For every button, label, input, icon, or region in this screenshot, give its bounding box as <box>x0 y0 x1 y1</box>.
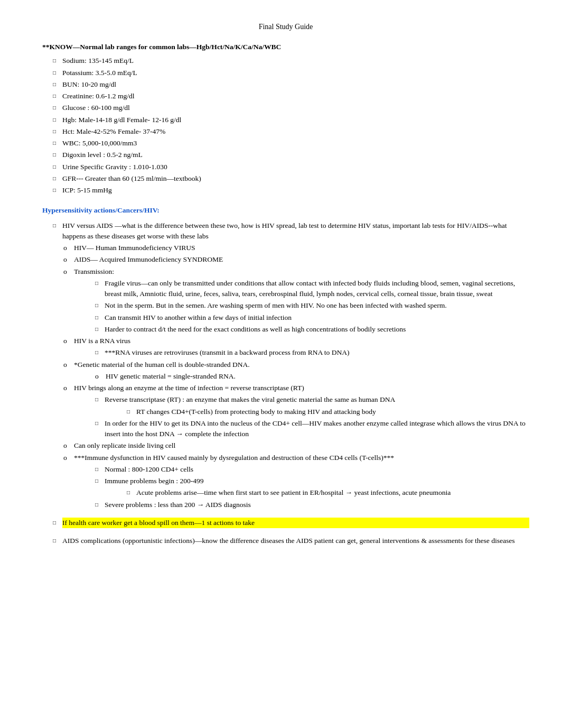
rna-sub-block: □ ***RNA viruses are retroviruses (trans… <box>95 347 529 358</box>
bullet-icon: □ <box>95 419 105 427</box>
list-item: □ Potassium: 3.5-5.0 mEq/L <box>53 68 529 78</box>
list-item: o Can only replicate inside living cell <box>63 440 529 451</box>
lab-creatinine: Creatinine: 0.6-1.2 mg/dl <box>62 91 529 102</box>
immune-item-1: Normal : 800-1200 CD4+ cells <box>105 464 529 475</box>
acute-text: Acute problems arise—time when first sta… <box>136 487 529 498</box>
list-item: □ Normal : 800-1200 CD4+ cells <box>95 464 529 475</box>
bullet-icon: □ <box>95 348 105 356</box>
bullet-icon: □ <box>53 139 62 147</box>
o-bullet: o <box>63 266 74 277</box>
lab-ranges-section: **KNOW—Normal lab ranges for common labs… <box>42 42 529 196</box>
hypersensitivity-section: Hypersensitivity actions/Cancers/HIV: □ … <box>42 205 529 546</box>
bullet-icon: □ <box>53 163 62 171</box>
list-item: □ Can transmit HIV to another within a f… <box>95 312 529 323</box>
list-item: □ Not in the sperm. But in the semen. Ar… <box>95 300 529 311</box>
o-bullet: o <box>63 336 74 346</box>
list-item: o HIV is a RNA virus <box>63 336 529 346</box>
genetic-label: *Genetic material of the human cell is d… <box>74 360 250 370</box>
acute-sub-block: □ Acute problems arise—time when first s… <box>127 487 529 498</box>
immune-item-4: Severe problems : less than 200 → AIDS d… <box>105 500 529 510</box>
bullet-icon: □ <box>53 186 62 194</box>
o-bullet: o <box>63 360 74 370</box>
bullet-icon: □ <box>95 279 105 287</box>
list-item: □ Hgb: Male-14-18 g/dl Female- 12-16 g/d… <box>53 115 529 125</box>
o-bullet: o <box>63 453 74 463</box>
replicate-text: Can only replicate inside living cell <box>74 440 175 451</box>
list-item: o HIV genetic material = single-stranded… <box>95 371 529 382</box>
bullet-icon: □ <box>53 92 62 100</box>
bullet-icon: □ <box>53 222 62 229</box>
bullet-icon: □ <box>53 537 62 545</box>
transmission-item-4: Harder to contract d/t the need for the … <box>105 324 529 335</box>
list-item: □ Creatinine: 0.6-1.2 mg/dl <box>53 91 529 102</box>
enzyme-items: □ Reverse transcriptase (RT) : an enzyme… <box>95 394 529 439</box>
immune-item-2: Immune problems begin : 200-499 <box>105 476 529 486</box>
lab-hgb: Hgb: Male-14-18 g/dl Female- 12-16 g/dl <box>62 115 529 125</box>
immune-label: ***Immune dysfunction in HIV caused main… <box>74 453 394 463</box>
list-item: □ Immune problems begin : 200-499 <box>95 476 529 486</box>
bullet-icon: □ <box>53 116 62 124</box>
lab-gfr: GFR--- Greater than 60 (125 ml/min—textb… <box>62 173 529 184</box>
lab-wbc: WBC: 5,000-10,000/mm3 <box>62 138 529 149</box>
lab-icp: ICP: 5-15 mmHg <box>62 185 529 196</box>
bullet-icon: □ <box>95 301 105 309</box>
hiv-intro-block: □ HIV versus AIDS —what is the differenc… <box>53 220 529 242</box>
lab-glucose: Glucose : 60-100 mg/dl <box>62 103 529 113</box>
lab-sodium: Sodium: 135-145 mEq/L <box>62 56 529 66</box>
enzyme-item-3: In order for the HIV to get its DNA into… <box>105 418 529 440</box>
list-item: □ In order for the HIV to get its DNA in… <box>95 418 529 440</box>
transmission-item-1: Fragile virus—can only be transmitted un… <box>105 278 529 300</box>
list-item: o HIV— Human Immunodeficiency VIRUS <box>63 243 529 253</box>
list-item: □ GFR--- Greater than 60 (125 ml/min—tex… <box>53 173 529 184</box>
list-item: □ Urine Specific Gravity : 1.010-1.030 <box>53 162 529 172</box>
bullet-icon: □ <box>53 80 62 88</box>
lab-digoxin: Digoxin level : 0.5-2 ng/mL <box>62 150 529 160</box>
list-item: □ WBC: 5,000-10,000/mm3 <box>53 138 529 149</box>
lab-hct: Hct: Male-42-52% Female- 37-47% <box>62 126 529 137</box>
list-item: □ Harder to contract d/t the need for th… <box>95 324 529 335</box>
transmission-items: □ Fragile virus—can only be transmitted … <box>95 278 529 335</box>
aids-definition: AIDS— Acquired Immunodeficiency SYNDROME <box>74 254 223 265</box>
list-item: □ BUN: 10-20 mg/dl <box>53 79 529 90</box>
page-title: Final Study Guide <box>42 21 529 32</box>
lab-bun: BUN: 10-20 mg/dl <box>62 79 529 90</box>
bullet-icon: □ <box>53 57 62 64</box>
aids-complications-block: □ AIDS complications (opportunistic infe… <box>42 536 529 546</box>
lab-ranges-list: □ Sodium: 135-145 mEq/L □ Potassium: 3.5… <box>53 56 529 196</box>
list-item: □ HIV versus AIDS —what is the differenc… <box>53 220 529 242</box>
immune-items: □ Normal : 800-1200 CD4+ cells □ Immune … <box>95 464 529 510</box>
rna-virus-text: HIV is a RNA virus <box>74 336 130 346</box>
list-item: □ Digoxin level : 0.5-2 ng/mL <box>53 150 529 160</box>
lab-potassium: Potassium: 3.5-5.0 mEq/L <box>62 68 529 78</box>
bullet-icon: □ <box>95 501 105 509</box>
genetic-sub-block: o HIV genetic material = single-stranded… <box>95 371 529 382</box>
hiv-def-block: o HIV— Human Immunodeficiency VIRUS o AI… <box>63 243 529 510</box>
bullet-icon: □ <box>53 69 62 77</box>
lab-urine-sg: Urine Specific Gravity : 1.010-1.030 <box>62 162 529 172</box>
highlighted-bullet-item: □ If health care worker get a blood spil… <box>53 518 529 528</box>
hiv-intro-text: HIV versus AIDS —what is the difference … <box>62 220 529 242</box>
o-bullet: o <box>63 440 74 451</box>
bullet-icon: □ <box>95 314 105 321</box>
bullet-icon: □ <box>53 127 62 135</box>
bullet-icon: □ <box>95 395 105 403</box>
lab-ranges-header: **KNOW—Normal lab ranges for common labs… <box>42 42 529 52</box>
highlighted-text: If health care worker get a blood spill … <box>62 518 529 528</box>
enzyme-item-1: Reverse transcriptase (RT) : an enzyme t… <box>105 394 529 405</box>
aids-complications-text: AIDS complications (opportunistic infect… <box>62 536 529 546</box>
bullet-icon: □ <box>95 465 105 473</box>
rt-sub-block: □ RT changes CD4+(T-cells) from protecti… <box>127 407 529 417</box>
list-item: □ ICP: 5-15 mmHg <box>53 185 529 196</box>
bullet-icon: □ <box>53 519 62 527</box>
o-bullet: o <box>63 243 74 253</box>
genetic-sub-text: HIV genetic material = single-stranded R… <box>106 371 236 382</box>
transmission-item-2: Not in the sperm. But in the semen. Are … <box>105 300 529 311</box>
list-item: o HIV brings along an enzyme at the time… <box>63 383 529 393</box>
bullet-icon: □ <box>53 151 62 159</box>
o-bullet: o <box>63 383 74 393</box>
hypersensitivity-header: Hypersensitivity actions/Cancers/HIV: <box>42 205 529 216</box>
rt-sub-text: RT changes CD4+(T-cells) from protecting… <box>136 407 529 417</box>
list-item: □ Fragile virus—can only be transmitted … <box>95 278 529 300</box>
transmission-item-3: Can transmit HIV to another within a few… <box>105 312 529 323</box>
bullet-icon: □ <box>53 174 62 182</box>
